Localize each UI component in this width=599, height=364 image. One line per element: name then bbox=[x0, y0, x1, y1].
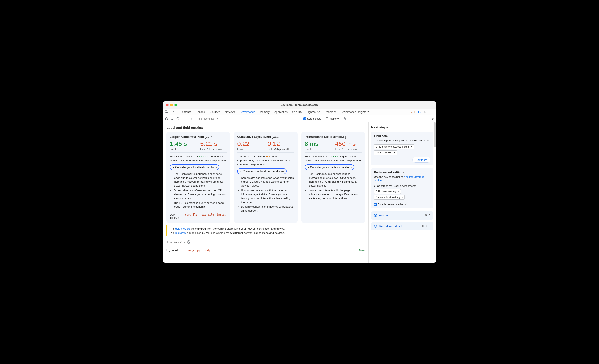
record-action[interactable]: Record ⌘ E bbox=[371, 211, 433, 220]
cls-bullets: Screen size can influence what layout sh… bbox=[241, 176, 294, 213]
inp-title: Interaction to Next Paint (INP) bbox=[305, 135, 362, 139]
reload-icon[interactable] bbox=[171, 117, 174, 120]
tab-lighthouse[interactable]: Lighthouse bbox=[306, 109, 320, 115]
svg-rect-1 bbox=[171, 111, 173, 113]
memory-checkbox[interactable]: Memory bbox=[326, 117, 339, 120]
recordings-dropdown[interactable]: (no recordings)▼ bbox=[198, 117, 219, 120]
svg-rect-2 bbox=[173, 111, 174, 113]
scrollbar[interactable] bbox=[434, 122, 435, 147]
configure-button[interactable]: Configure bbox=[412, 157, 431, 163]
tab-performance[interactable]: Performance bbox=[239, 109, 255, 115]
disable-cache-checkbox[interactable]: Disable network cache? bbox=[374, 203, 428, 206]
minimize-icon[interactable] bbox=[170, 104, 173, 106]
screenshots-checkbox[interactable]: Screenshots bbox=[303, 117, 321, 120]
environment-panel: Environment settings Use the device tool… bbox=[371, 168, 433, 208]
field-data-link[interactable]: field data bbox=[175, 231, 186, 234]
tab-console[interactable]: Console bbox=[195, 109, 206, 115]
help-icon[interactable]: ? bbox=[405, 203, 408, 206]
devtools-window: DevTools - fonts.google.com/ Elements Co… bbox=[163, 101, 436, 263]
close-icon[interactable] bbox=[166, 104, 168, 106]
cls-title: Cumulative Layout Shift (CLS) bbox=[237, 135, 294, 139]
record-button-icon[interactable] bbox=[165, 117, 168, 120]
warnings-badge[interactable]: ▲1 bbox=[411, 111, 415, 114]
toolbar-settings-icon[interactable]: ⚙ bbox=[431, 117, 434, 120]
device-toolbar-icon[interactable] bbox=[171, 110, 174, 114]
lcp-element-selector[interactable]: div.tile__text.tile__inria_san bbox=[185, 213, 227, 219]
interactions-heading: Interactions bbox=[167, 240, 365, 244]
tab-sources[interactable]: Sources bbox=[210, 109, 221, 115]
panel-tabbar: Elements Console Sources Network Perform… bbox=[163, 109, 436, 115]
tab-network[interactable]: Network bbox=[225, 109, 236, 115]
tab-security[interactable]: Security bbox=[292, 109, 302, 115]
lcp-local-value: 1.45 s bbox=[170, 141, 196, 147]
traffic-lights bbox=[166, 104, 177, 106]
tab-memory[interactable]: Memory bbox=[259, 109, 270, 115]
window-title: DevTools - fonts.google.com/ bbox=[163, 103, 436, 107]
cpu-throttle-dropdown[interactable]: CPU: No throttling▼ bbox=[374, 189, 401, 194]
cls-field-value: 0.12 bbox=[268, 141, 294, 147]
lcp-expand-toggle[interactable]: ▼Consider your local test conditions bbox=[170, 164, 219, 170]
next-steps-heading: Next steps bbox=[371, 125, 433, 129]
titlebar: DevTools - fonts.google.com/ bbox=[163, 101, 436, 109]
url-dropdown[interactable]: URL: https://fonts.google.com/▼ bbox=[374, 144, 414, 149]
clear-icon[interactable] bbox=[176, 117, 179, 120]
metrics-heading: Local and field metrics bbox=[167, 126, 365, 130]
lcp-title: Largest Contentful Paint (LCP) bbox=[170, 135, 227, 139]
field-data-panel: Field data Collection period: Aug 19, 20… bbox=[371, 132, 433, 165]
record-reload-action[interactable]: Record and reload ⌘ ⇧ E bbox=[371, 222, 433, 230]
maximize-icon[interactable] bbox=[174, 104, 177, 106]
inp-description: Your local INP value of 8 ms is good, bu… bbox=[305, 155, 362, 163]
env-expand-toggle[interactable]: ▶Consider real user environments bbox=[374, 184, 431, 187]
metrics-footnote: The local metrics are captured from the … bbox=[167, 225, 365, 236]
tab-elements[interactable]: Elements bbox=[179, 109, 191, 115]
kebab-icon[interactable]: ⋮ bbox=[430, 110, 433, 114]
cls-card: Cumulative Layout Shift (CLS) 0.22 Local… bbox=[234, 132, 297, 222]
record-icon bbox=[374, 214, 377, 217]
clear-icon[interactable] bbox=[187, 240, 190, 243]
lcp-element-label: LCP Element bbox=[170, 213, 184, 219]
interaction-row[interactable]: keyboard body.app-ready 8 ms bbox=[167, 246, 365, 254]
network-throttle-dropdown[interactable]: Network: No throttling▼ bbox=[374, 195, 405, 200]
inp-expand-toggle[interactable]: ▼Consider your local test conditions bbox=[305, 164, 354, 170]
settings-icon[interactable]: ⚙ bbox=[424, 110, 427, 114]
local-metrics-link[interactable]: local metrics bbox=[175, 227, 190, 230]
inspect-icon[interactable] bbox=[165, 110, 168, 114]
cls-local-value: 0.22 bbox=[237, 141, 264, 147]
cls-expand-toggle[interactable]: ▼Consider your local test conditions bbox=[237, 168, 287, 174]
download-icon[interactable] bbox=[190, 117, 193, 120]
flask-icon: ⚗ bbox=[367, 110, 369, 114]
tab-application[interactable]: Application bbox=[274, 109, 288, 115]
side-pane: Next steps Field data Collection period:… bbox=[368, 122, 436, 263]
inp-bullets: Real users may experience longer interac… bbox=[308, 172, 362, 200]
messages-badge[interactable]: ▮2 bbox=[418, 111, 421, 114]
inp-field-value: 450 ms bbox=[335, 141, 362, 147]
lcp-bullets: Real users may experience longer page lo… bbox=[174, 172, 227, 209]
inp-local-value: 8 ms bbox=[305, 141, 331, 147]
cls-description: Your local CLS value of 0.22 needs impro… bbox=[237, 155, 294, 167]
lcp-field-value: 5.21 s bbox=[200, 141, 227, 147]
lcp-card: Largest Contentful Paint (LCP) 1.45 s Lo… bbox=[167, 132, 230, 222]
perf-toolbar: (no recordings)▼ Screenshots Memory ⚙ bbox=[163, 115, 436, 122]
inp-card: Interaction to Next Paint (INP) 8 ms Loc… bbox=[301, 132, 365, 222]
reload-icon bbox=[374, 225, 377, 228]
tab-insights[interactable]: Performance insights⚗ bbox=[340, 109, 370, 115]
upload-icon[interactable] bbox=[185, 117, 188, 120]
trash-icon[interactable] bbox=[343, 117, 346, 120]
lcp-description: Your local LCP value of 1.45 s is good, … bbox=[170, 155, 227, 163]
main-pane: Local and field metrics Largest Contentf… bbox=[163, 122, 368, 263]
tab-recorder[interactable]: Recorder bbox=[324, 109, 336, 115]
device-dropdown[interactable]: Device: Mobile▼ bbox=[374, 150, 397, 155]
